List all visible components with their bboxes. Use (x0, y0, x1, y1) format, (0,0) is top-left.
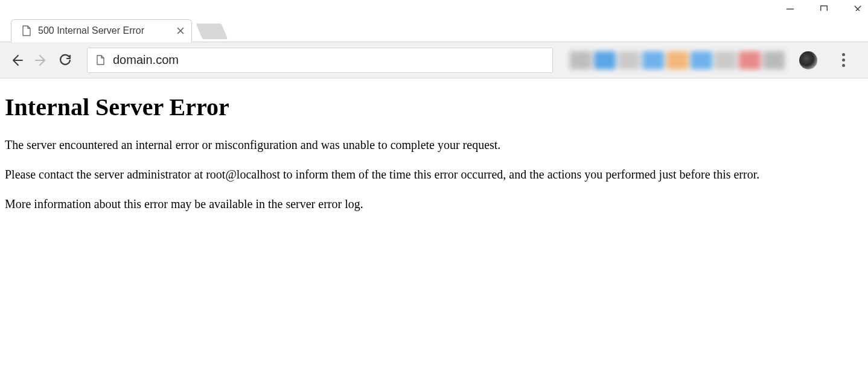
extension-icons (570, 51, 785, 69)
extension-icon[interactable] (594, 51, 616, 69)
error-paragraph-3: More information about this error may be… (5, 196, 862, 212)
extension-icon[interactable] (642, 51, 664, 69)
back-button[interactable] (8, 52, 25, 69)
reload-button[interactable] (57, 52, 74, 69)
tab-close-button[interactable] (176, 26, 185, 36)
extension-icon[interactable] (691, 51, 712, 69)
extension-icon[interactable] (570, 51, 592, 69)
error-paragraph-2: Please contact the server administrator … (5, 166, 862, 183)
page-icon (21, 25, 32, 36)
forward-icon (34, 54, 48, 67)
extension-icon[interactable] (715, 51, 736, 69)
back-icon (10, 54, 24, 67)
toolbar (0, 42, 868, 78)
extension-icon[interactable] (739, 51, 761, 69)
page-icon (95, 55, 106, 66)
forward-button[interactable] (33, 52, 49, 69)
address-bar[interactable] (87, 48, 553, 73)
extension-icon[interactable] (618, 51, 640, 69)
extension-icon[interactable] (666, 51, 688, 69)
error-paragraph-1: The server encountered an internal error… (5, 137, 862, 153)
window-titlebar (0, 0, 868, 11)
tab-strip: 500 Internal Server Error (0, 11, 868, 42)
tab-active[interactable]: 500 Internal Server Error (11, 19, 192, 42)
close-icon (177, 27, 184, 34)
profile-avatar[interactable] (799, 51, 817, 69)
error-heading: Internal Server Error (5, 93, 863, 121)
kebab-menu-icon (842, 53, 845, 67)
reload-icon (59, 54, 72, 67)
new-tab-button[interactable] (196, 24, 228, 39)
tab-title: 500 Internal Server Error (38, 25, 144, 36)
page-content: Internal Server Error The server encount… (0, 78, 868, 236)
browser-menu-button[interactable] (834, 51, 852, 69)
extension-icon[interactable] (763, 51, 785, 69)
url-input[interactable] (113, 53, 545, 67)
